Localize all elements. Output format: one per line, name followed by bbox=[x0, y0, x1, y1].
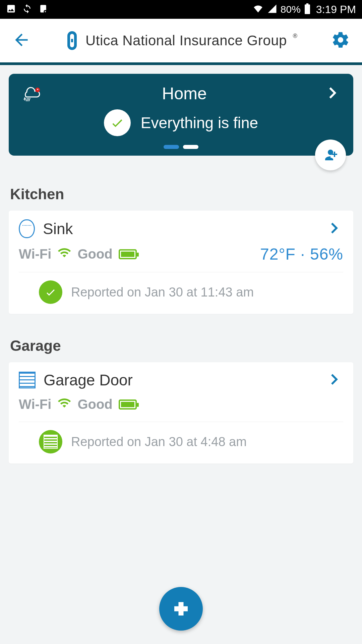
device-connectivity: Wi-Fi Good bbox=[19, 396, 137, 413]
status-right: 80% 3:19 PM bbox=[252, 3, 356, 16]
settings-button[interactable] bbox=[331, 31, 350, 51]
battery-label: Good bbox=[77, 397, 112, 412]
registered-mark: ® bbox=[293, 33, 297, 40]
section-title-garage: Garage bbox=[10, 337, 352, 354]
section-title-kitchen: Kitchen bbox=[10, 186, 352, 203]
battery-icon bbox=[304, 3, 311, 16]
download-icon bbox=[38, 4, 48, 15]
clock-time: 3:19 PM bbox=[316, 3, 356, 16]
cell-signal-icon bbox=[267, 4, 277, 15]
page-indicator[interactable] bbox=[20, 145, 342, 149]
android-status-bar: 80% 3:19 PM bbox=[0, 0, 362, 19]
add-contact-button[interactable] bbox=[315, 140, 346, 170]
home-status-card[interactable]: Home Everything is fine bbox=[9, 74, 353, 156]
garage-status-icon bbox=[39, 430, 62, 453]
sync-icon bbox=[22, 4, 32, 15]
wifi-icon bbox=[57, 246, 71, 263]
app-title: Utica National Insurance Group bbox=[85, 33, 287, 49]
device-name: Sink bbox=[43, 220, 73, 238]
device-card-sink[interactable]: Sink Wi-Fi Good 72°F · 56% Reported on J… bbox=[9, 211, 353, 314]
hero-status-text: Everything is fine bbox=[141, 114, 258, 132]
device-name: Garage Door bbox=[44, 371, 133, 389]
battery-icon bbox=[119, 399, 137, 410]
chevron-right-icon[interactable] bbox=[327, 220, 343, 237]
svg-rect-6 bbox=[71, 39, 73, 42]
picture-icon bbox=[6, 4, 16, 15]
app-header: Utica National Insurance Group ® bbox=[0, 19, 362, 62]
wifi-icon bbox=[57, 396, 71, 413]
status-left bbox=[6, 4, 48, 15]
page-dot-1[interactable] bbox=[164, 145, 179, 149]
device-card-garage-door[interactable]: Garage Door Wi-Fi Good Reported on Jan 3… bbox=[9, 362, 353, 464]
brand-logo-icon bbox=[65, 31, 79, 51]
main-content: Home Everything is fine Kitchen Sink bbox=[0, 65, 362, 472]
wifi-label: Wi-Fi bbox=[19, 397, 51, 412]
reported-text: Reported on Jan 30 at 4:48 am bbox=[71, 435, 247, 449]
sensor-icon bbox=[19, 219, 35, 238]
battery-label: Good bbox=[77, 247, 112, 262]
header-divider bbox=[0, 62, 362, 65]
weather-storm-icon bbox=[20, 85, 44, 102]
wifi-label: Wi-Fi bbox=[19, 247, 51, 262]
hero-title: Home bbox=[44, 84, 325, 103]
battery-percent: 80% bbox=[281, 4, 301, 15]
battery-icon bbox=[119, 249, 137, 259]
app-title-wrap: Utica National Insurance Group ® bbox=[31, 31, 331, 51]
back-button[interactable] bbox=[12, 31, 31, 51]
reported-text: Reported on Jan 30 at 11:43 am bbox=[71, 285, 254, 300]
chevron-right-icon[interactable] bbox=[327, 371, 343, 389]
hero-forward-icon[interactable] bbox=[325, 85, 342, 103]
wifi-status-icon bbox=[252, 4, 264, 15]
check-icon bbox=[39, 280, 62, 304]
status-ok-icon bbox=[104, 109, 131, 136]
device-readings: 72°F · 56% bbox=[260, 245, 343, 263]
add-device-button[interactable] bbox=[159, 587, 203, 631]
svg-rect-1 bbox=[305, 6, 309, 13]
device-connectivity: Wi-Fi Good bbox=[19, 246, 137, 263]
page-dot-2[interactable] bbox=[183, 145, 198, 149]
garage-door-icon bbox=[19, 372, 36, 388]
hero-status-row: Everything is fine bbox=[20, 109, 342, 136]
